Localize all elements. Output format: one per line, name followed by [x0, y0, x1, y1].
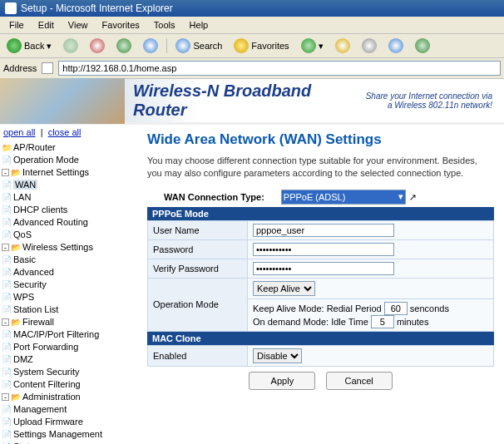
menu-view[interactable]: View [62, 18, 94, 32]
menu-favorites[interactable]: Favorites [96, 18, 146, 32]
tree-controls: open all | close all [0, 125, 137, 140]
favorites-button[interactable]: Favorites [230, 37, 292, 55]
sidebar-qos[interactable]: QoS [2, 229, 136, 241]
search-icon [175, 38, 190, 53]
chevron-down-icon: ▾ [47, 41, 52, 52]
chevron-down-icon: ▾ [319, 41, 324, 52]
menu-file[interactable]: File [3, 18, 30, 32]
close-all-link[interactable]: close all [48, 127, 82, 137]
sidebar-wireless-settings[interactable]: Wireless Settings [11, 242, 93, 252]
sidebar-dmz[interactable]: DMZ [2, 353, 136, 366]
sidebar-wan[interactable]: WAN [2, 179, 136, 191]
home-button[interactable] [140, 37, 161, 55]
banner-title: Wireless-N Broadband Router [133, 81, 366, 120]
main-panel: Wide Area Network (WAN) Settings You may… [137, 125, 504, 444]
redial-period-input[interactable] [384, 302, 408, 315]
forward-icon [63, 38, 78, 53]
sidebar-dhcp[interactable]: DHCP clients [2, 204, 136, 216]
verify-password-input[interactable] [253, 262, 394, 275]
page-description: You may choose different connection type… [147, 155, 494, 180]
sidebar-settings-mgmt[interactable]: Settings Management [2, 428, 136, 441]
sidebar-upload-firmware[interactable]: Upload Firmware [2, 416, 136, 428]
enabled-label: Enabled [148, 345, 248, 366]
refresh-button[interactable] [113, 37, 135, 55]
toggle-internet[interactable]: - [2, 169, 9, 176]
address-label: Address [3, 63, 37, 73]
sidebar-operation-mode[interactable]: Operation Mode [2, 154, 136, 166]
operation-mode-select[interactable]: Keep Alive [253, 281, 315, 296]
back-label: Back [24, 41, 44, 51]
apply-button[interactable]: Apply [249, 372, 315, 390]
messenger-icon [415, 38, 430, 53]
password-label: Password [148, 239, 248, 259]
toggle-wireless[interactable]: - [2, 244, 9, 251]
sidebar-advanced-routing[interactable]: Advanced Routing [2, 216, 136, 229]
sidebar-internet-settings[interactable]: Internet Settings [11, 167, 89, 177]
back-icon [7, 38, 22, 53]
banner: Wireless-N Broadband Router Share your I… [0, 79, 504, 125]
sidebar-station-list[interactable]: Station List [2, 303, 136, 316]
banner-image [0, 78, 125, 124]
sidebar-system-security[interactable]: System Security [2, 366, 136, 378]
operation-mode-details: Keep Alive Mode: Redial Period senconds … [248, 298, 494, 331]
sidebar-port-forwarding[interactable]: Port Forwarding [2, 341, 136, 353]
print-button[interactable] [358, 37, 380, 55]
enabled-select[interactable]: Disable [253, 348, 302, 363]
section-macclone: MAC Clone [147, 332, 494, 345]
wan-conn-type-select[interactable]: PPPoE (ADSL) ▾ [281, 190, 406, 205]
sidebar-administration[interactable]: Administration [11, 392, 81, 402]
sidebar-wps[interactable]: WPS [2, 291, 136, 303]
home-icon [143, 38, 158, 53]
sidebar-advanced[interactable]: Advanced [2, 266, 136, 279]
idle-time-input[interactable] [371, 315, 394, 328]
sidebar-status[interactable]: Status [2, 441, 136, 444]
wan-conn-type-value: PPPoE (ADSL) [284, 192, 346, 202]
address-input[interactable] [58, 61, 501, 76]
favorites-label: Favorites [251, 41, 289, 51]
edit-icon [388, 38, 403, 53]
sidebar-management[interactable]: Management [2, 403, 136, 416]
mail-icon [335, 38, 350, 53]
ie-icon [5, 2, 17, 14]
toggle-admin[interactable]: - [2, 393, 9, 401]
edit-button[interactable] [385, 37, 407, 55]
sidebar-lan[interactable]: LAN [2, 191, 136, 204]
stop-button[interactable] [86, 37, 108, 55]
cancel-button[interactable]: Cancel [326, 372, 393, 390]
password-input[interactable] [253, 243, 394, 256]
sidebar-ap-router[interactable]: AP/Router [2, 141, 136, 154]
search-label: Search [193, 41, 222, 51]
page-icon [42, 62, 53, 74]
sidebar-firewall[interactable]: Firewall [11, 317, 54, 327]
search-button[interactable]: Search [172, 37, 225, 55]
media-icon [301, 38, 316, 53]
menu-tools[interactable]: Tools [148, 18, 181, 32]
menu-help[interactable]: Help [184, 18, 215, 32]
sidebar-content-filtering[interactable]: Content Filtering [2, 378, 136, 391]
refresh-icon [116, 38, 131, 53]
chevron-down-icon: ▾ [398, 191, 403, 202]
stop-icon [90, 38, 105, 53]
username-label: User Name [148, 220, 248, 239]
address-bar: Address [0, 58, 504, 79]
page-title: Wide Area Network (WAN) Settings [147, 131, 494, 148]
sidebar-mac-filter[interactable]: MAC/IP/Port Filtering [2, 328, 136, 341]
mail-button[interactable] [332, 37, 353, 55]
sidebar-security[interactable]: Security [2, 279, 136, 291]
username-input[interactable] [253, 224, 394, 237]
banner-subtitle: Share your Internet connection via a Wir… [366, 91, 492, 110]
back-button[interactable]: Back ▾ [3, 37, 55, 55]
open-all-link[interactable]: open all [3, 127, 36, 137]
messenger-button[interactable] [412, 37, 433, 55]
sidebar: AP/Router Operation Mode -Internet Setti… [0, 140, 137, 444]
window-title: Setup - Microsoft Internet Explorer [21, 2, 173, 14]
wan-conn-type-label: WAN Connection Type: [164, 192, 264, 202]
toolbar: Back ▾ Search Favorites ▾ [0, 34, 504, 58]
sidebar-basic[interactable]: Basic [2, 254, 136, 266]
media-button[interactable]: ▾ [298, 37, 327, 55]
toggle-firewall[interactable]: - [2, 318, 9, 326]
print-icon [362, 38, 377, 53]
menu-edit[interactable]: Edit [32, 18, 60, 32]
window-titlebar: Setup - Microsoft Internet Explorer [0, 0, 504, 17]
forward-button[interactable] [60, 37, 82, 55]
